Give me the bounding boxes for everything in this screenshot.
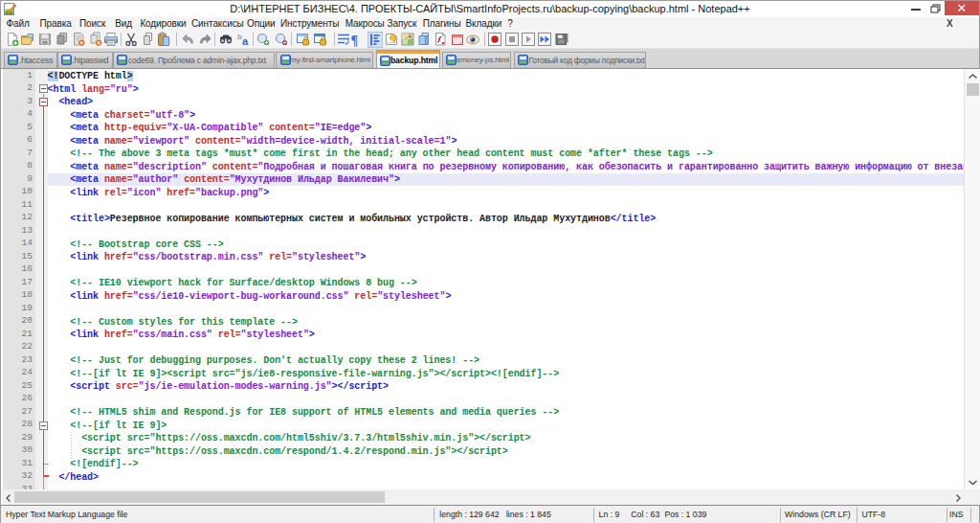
svg-text:a: a [242,35,249,47]
svg-text:¶: ¶ [351,34,359,48]
